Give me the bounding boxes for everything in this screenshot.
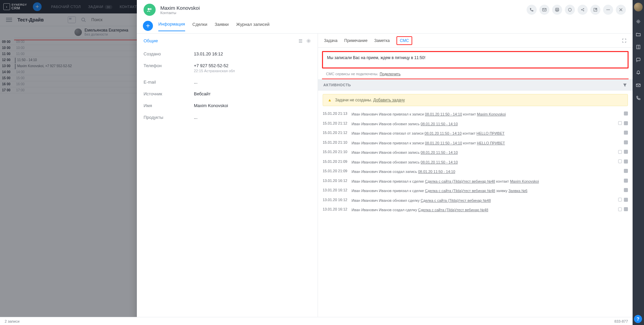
comment-icon[interactable] xyxy=(624,198,628,202)
comment-icon[interactable] xyxy=(624,159,628,164)
detail-icon[interactable] xyxy=(618,198,622,201)
activity-feed: 15.01.20 21:13Иван Иванович Иванов привя… xyxy=(318,109,633,325)
tab-info[interactable]: Информация xyxy=(158,21,185,31)
activity-header: АКТИВНОСТЬ xyxy=(318,79,633,91)
activity-time: 13.01.20 16:12 xyxy=(323,179,348,183)
panel-body: Общие Создано13.01.20 16:12 Телефон+7 92… xyxy=(137,34,633,325)
activity-link[interactable]: 08.01.20 11:50 - 14:10 xyxy=(425,112,462,116)
activity-row: 15.01.20 21:09Иван Иванович Иванов обнов… xyxy=(323,157,628,167)
section-header[interactable]: Общие xyxy=(144,38,311,43)
tab-deals[interactable]: Сделки xyxy=(193,22,207,31)
compose-tabs: Задача Примечание Заметка СМС xyxy=(318,34,633,48)
user-avatar[interactable] xyxy=(634,3,643,11)
tab-memo[interactable]: Заметка xyxy=(374,38,390,43)
panel-add-button[interactable]: + xyxy=(143,21,153,31)
open-button[interactable] xyxy=(590,5,600,15)
tab-requests[interactable]: Заявки xyxy=(215,22,229,31)
status-bar: 2 записи 833-877 xyxy=(0,317,633,325)
activity-link[interactable]: 08.01.20 11:50 - 14:10 xyxy=(425,141,462,145)
call-button[interactable] xyxy=(527,5,537,15)
detail-icon[interactable] xyxy=(618,150,622,154)
activity-row: 15.01.20 21:12Иван Иванович Иванов обнов… xyxy=(323,119,628,129)
tab-task[interactable]: Задача xyxy=(324,38,337,43)
svg-point-7 xyxy=(569,8,572,11)
comment-icon[interactable] xyxy=(624,131,628,135)
comment-icon[interactable] xyxy=(624,169,628,173)
activity-link[interactable]: Сделка с сайта (Tilda)/тест вебинар №48 xyxy=(425,179,495,183)
field-value[interactable]: ... xyxy=(194,80,198,85)
comment-icon[interactable] xyxy=(624,150,628,154)
field-label: Продукты xyxy=(144,115,194,120)
phone-icon[interactable] xyxy=(636,95,641,101)
detail-icon[interactable] xyxy=(618,121,622,125)
activity-time: 15.01.20 21:12 xyxy=(323,131,348,135)
activity-link[interactable]: 08.01.20 11:50 - 14:10 xyxy=(421,150,458,154)
field-value: Вебсайт xyxy=(194,91,211,96)
field-value[interactable]: ... xyxy=(194,115,198,120)
activity-row: 13.01.20 16:12Иван Иванович Иванов созда… xyxy=(323,205,628,215)
print-button[interactable] xyxy=(552,5,562,15)
activity-link[interactable]: 08.01.20 11:50 - 14:10 xyxy=(421,122,458,126)
circle-button[interactable] xyxy=(565,5,575,15)
activity-link[interactable]: Сделка с сайта (Tilda)/тест вебинар №48 xyxy=(421,198,491,202)
activity-row: 15.01.20 21:12Иван Иванович Иванов отвяз… xyxy=(323,129,628,138)
book-icon[interactable] xyxy=(636,44,641,50)
activity-row: 13.01.20 16:12Иван Иванович Иванов привя… xyxy=(323,186,628,196)
activity-link[interactable]: Maxim Konovskoi xyxy=(477,112,506,116)
activity-link[interactable]: Maxim Konovskoi xyxy=(510,179,539,183)
comment-icon[interactable] xyxy=(624,140,628,144)
bell-icon[interactable] xyxy=(636,70,641,75)
svg-point-1 xyxy=(148,8,150,10)
activity-link[interactable]: 08.01.20 11:50 - 14:10 xyxy=(421,160,458,164)
comment-icon[interactable] xyxy=(624,111,628,115)
share-button[interactable] xyxy=(578,5,588,15)
contact-panel: Maxim Konovskoi Контакты + Информация Сд… xyxy=(137,0,633,325)
tab-note[interactable]: Примечание xyxy=(344,38,367,43)
comment-icon[interactable] xyxy=(624,188,628,192)
activity-link[interactable]: Заявка №6 xyxy=(508,189,528,193)
gear-icon[interactable] xyxy=(306,39,311,43)
add-task-link[interactable]: Добавить задачу xyxy=(373,98,405,102)
field-value: 13.01.20 16:12 xyxy=(194,51,223,56)
warning-icon: ▲ xyxy=(328,98,332,102)
tab-log[interactable]: Журнал записей xyxy=(236,22,270,31)
tab-sms[interactable]: СМС xyxy=(396,36,412,45)
connect-link[interactable]: Подключить xyxy=(380,72,400,76)
sms-textarea[interactable]: Мы записали Вас на прием, ждем в пятницу… xyxy=(322,51,629,68)
contact-type: Контакты xyxy=(160,11,200,15)
help-button[interactable]: ? xyxy=(634,315,642,323)
email-button[interactable] xyxy=(539,5,549,15)
detail-icon[interactable] xyxy=(618,159,622,163)
activity-row: 15.01.20 21:10Иван Иванович Иванов обнов… xyxy=(323,148,628,157)
svg-point-16 xyxy=(638,21,639,22)
mail-icon[interactable] xyxy=(636,83,641,88)
activity-time: 13.01.20 16:12 xyxy=(323,198,348,202)
no-tasks-alert: ▲ Задачи не созданы. Добавить задачу xyxy=(323,94,628,106)
activity-link[interactable]: Сделка с сайта (Tilda)/тест вебинар №48 xyxy=(425,189,495,193)
field-value[interactable]: +7 927 552-52-52 xyxy=(194,63,235,68)
activity-link[interactable]: HELLO ПРИВЕТ xyxy=(477,131,505,135)
folder-icon[interactable] xyxy=(636,32,641,37)
activity-row: 15.01.20 21:13Иван Иванович Иванов привя… xyxy=(323,109,628,119)
activity-time: 15.01.20 21:13 xyxy=(323,111,348,115)
activity-time: 15.01.20 21:09 xyxy=(323,169,348,173)
activity-link[interactable]: HELLO ПРИВЕТ xyxy=(477,141,505,145)
activity-row: 15.01.20 21:09Иван Иванович Иванов созда… xyxy=(323,167,628,177)
close-button[interactable] xyxy=(616,5,626,15)
activity-link[interactable]: 08.01.20 11:50 - 14:10 xyxy=(425,131,462,135)
activity-link[interactable]: 08.01.20 11:50 - 14:10 xyxy=(418,170,455,174)
comment-icon[interactable] xyxy=(624,121,628,125)
comment-icon[interactable] xyxy=(624,207,628,211)
expand-icon[interactable] xyxy=(622,38,627,43)
filter-icon[interactable] xyxy=(623,83,627,87)
section-title: Общие xyxy=(144,38,158,43)
comment-icon[interactable] xyxy=(624,179,628,183)
more-button[interactable] xyxy=(603,5,613,15)
chat-icon[interactable] xyxy=(636,57,641,62)
activity-link[interactable]: Сделка с сайта (Tilda)/тест вебинар №48 xyxy=(418,208,488,212)
gear-icon[interactable] xyxy=(636,19,641,24)
detail-icon[interactable] xyxy=(618,207,622,211)
contact-avatar-icon xyxy=(144,4,156,16)
activity-column: Задача Примечание Заметка СМС Мы записал… xyxy=(318,34,633,325)
list-icon[interactable] xyxy=(298,39,303,43)
